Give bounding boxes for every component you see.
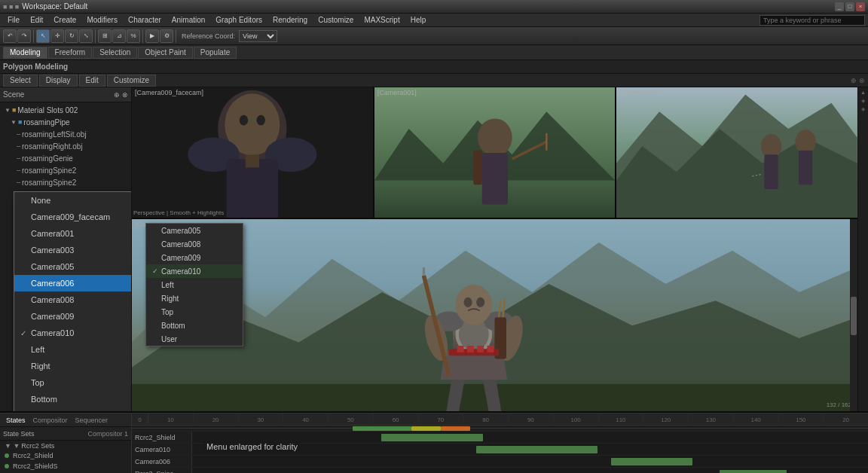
svg-point-3 — [240, 115, 248, 126]
menu-rendering[interactable]: Rendering — [268, 14, 312, 26]
tick-150: 150 — [779, 413, 824, 423]
svg-point-19 — [761, 134, 781, 158]
tree-item-rosaming-left[interactable]: – rosamingLeftSit.obj — [2, 128, 130, 140]
btab-sequencer[interactable]: Sequencer — [72, 417, 112, 424]
dropdown-left[interactable]: Left — [14, 341, 132, 358]
toolbar-move[interactable]: ✛ — [50, 29, 64, 43]
menu-graph-editors[interactable]: Graph Editors — [211, 14, 267, 26]
tick-20: 20 — [194, 413, 239, 423]
reference-coord-select[interactable]: ViewWorldScreen — [239, 30, 277, 42]
ss-item-shield-s[interactable]: Rcrc2_ShieldS — [2, 461, 130, 471]
bottom-dd-camera010[interactable]: ✓ Camera010 — [146, 264, 243, 278]
tree-item-rosaming-right[interactable]: – rosamingRight.obj — [2, 140, 130, 152]
menu-maxscript[interactable]: MAXScript — [359, 14, 404, 26]
dropdown-camera008[interactable]: Camera008 — [14, 291, 132, 308]
tl-range-start[interactable] — [353, 426, 411, 431]
tree-item-rosaming-pipe[interactable]: ▼ ■ rosamingPipe — [2, 116, 130, 128]
toolbar-redo[interactable]: ↷ — [17, 29, 31, 43]
close-button[interactable]: × — [856, 2, 865, 11]
svg-rect-8 — [246, 154, 259, 167]
tl-bar-1 — [381, 434, 483, 441]
viewport-camera001[interactable]: [Camera001] — [374, 87, 617, 218]
toolbar-angle-snap[interactable]: ⊿ — [112, 29, 126, 43]
tick-0: 0 — [132, 413, 148, 423]
bottom-dd-camera005[interactable]: Camera005 — [146, 224, 243, 237]
menu-file[interactable]: File — [3, 14, 24, 26]
right-panel: ▼ ◈ ◈ — [857, 87, 868, 411]
search-area — [760, 15, 865, 26]
btab-states[interactable]: States — [3, 417, 29, 424]
minimize-button[interactable]: _ — [835, 2, 844, 11]
right-icon1[interactable]: ◈ — [861, 98, 865, 104]
viewport-camera003[interactable]: [Camera003] — [616, 87, 857, 218]
search-input[interactable] — [760, 15, 865, 26]
toolbar-render[interactable]: ▶ — [145, 29, 159, 43]
bottom-dd-right[interactable]: Right — [146, 291, 243, 305]
edit-tab-select[interactable]: Select — [3, 75, 38, 87]
edit-tab-customize[interactable]: Customize — [107, 75, 156, 87]
viewport-camera009[interactable]: [Camera009_facecam] Perspective | Smooth… — [132, 87, 374, 218]
dropdown-camera001[interactable]: Camera001 — [14, 225, 132, 242]
main-toolbar: ↶ ↷ ↖ ✛ ↻ ⤡ ⊞ ⊿ % ▶ ⚙ Reference Coord: V… — [0, 27, 868, 45]
menu-modifiers[interactable]: Modifiers — [82, 14, 122, 26]
dropdown-camera005[interactable]: Camera005 — [14, 258, 132, 275]
menu-animation[interactable]: Animation — [167, 14, 209, 26]
tree-item-rosaming-genie[interactable]: – rosamingGenie — [2, 152, 130, 164]
panel-name: Scene — [3, 90, 24, 99]
dropdown-camera006[interactable]: Camera006 — [14, 275, 132, 291]
viewport-vscrollbar[interactable] — [850, 219, 857, 411]
toolbar-undo[interactable]: ↶ — [3, 29, 17, 43]
vscroll-thumb[interactable] — [851, 297, 857, 335]
toolbar-scale[interactable]: ⤡ — [79, 29, 93, 43]
dropdown-camera010[interactable]: ✓ Camera010 — [14, 325, 132, 341]
dropdown-camera009-facecam[interactable]: Camera009_facecam — [14, 209, 132, 225]
tl-content-4[interactable] — [192, 468, 868, 473]
toolbar-percent-snap[interactable]: % — [127, 29, 140, 43]
bottom-dd-left[interactable]: Left — [146, 278, 243, 291]
menu-character[interactable]: Character — [124, 14, 166, 26]
svg-point-38 — [476, 298, 484, 307]
dropdown-right[interactable]: Right — [14, 358, 132, 374]
tree-item-rosaming-spine2[interactable]: – rosamingSpine2 — [2, 176, 130, 188]
dropdown-user[interactable]: User — [14, 407, 132, 411]
toolbar-rotate[interactable]: ↻ — [65, 29, 78, 43]
mode-tab-freeform[interactable]: Freeform — [48, 47, 93, 59]
toolbar-select[interactable]: ↖ — [36, 29, 50, 43]
tl-range-mid[interactable] — [411, 426, 441, 431]
tl-range-end[interactable] — [441, 426, 470, 431]
tree-item-material[interactable]: ▼ ■ Material Slots 002 — [2, 104, 130, 116]
menu-edit[interactable]: Edit — [26, 14, 47, 26]
dropdown-top[interactable]: Top — [14, 374, 132, 391]
tick-100: 100 — [554, 413, 599, 423]
dropdown-camera003[interactable]: Camera003 — [14, 242, 132, 258]
svg-rect-20 — [765, 154, 778, 189]
bottom-dd-top[interactable]: Top — [146, 305, 243, 319]
menu-customize[interactable]: Customize — [313, 14, 358, 26]
bottom-dd-user[interactable]: User — [146, 332, 243, 346]
mode-tab-modeling[interactable]: Modeling — [3, 47, 47, 59]
bottom-dd-camera008[interactable]: Camera008 — [146, 237, 243, 251]
edit-tab-display[interactable]: Display — [39, 75, 78, 87]
btab-compositor[interactable]: Compositor — [30, 417, 71, 424]
toolbar-snap[interactable]: ⊞ — [98, 29, 112, 43]
menu-create[interactable]: Create — [49, 14, 81, 26]
mode-tab-selection[interactable]: Selection — [93, 47, 137, 59]
toolbar-icons: ⊕ ⊗ — [851, 77, 865, 84]
dropdown-none[interactable]: None — [14, 192, 132, 209]
tree-item-rosaming-spine[interactable]: – rosamingSpine2 — [2, 164, 130, 176]
tl-content-3[interactable] — [192, 456, 868, 467]
right-icon2[interactable]: ◈ — [861, 106, 865, 112]
bottom-dd-camera009[interactable]: Camera009 — [146, 251, 243, 264]
svg-rect-12 — [481, 153, 507, 205]
mode-tab-object-paint[interactable]: Object Paint — [138, 47, 192, 59]
svg-rect-7 — [227, 159, 279, 218]
menu-help[interactable]: Help — [406, 14, 431, 26]
bottom-dd-bottom[interactable]: Bottom — [146, 319, 243, 332]
maximize-button[interactable]: □ — [845, 2, 854, 11]
dropdown-camera009[interactable]: Camera009 — [14, 308, 132, 325]
dropdown-bottom[interactable]: Bottom — [14, 391, 132, 407]
mode-tab-populate[interactable]: Populate — [194, 47, 237, 59]
edit-tab-edit[interactable]: Edit — [79, 75, 105, 87]
ss-item-shield[interactable]: Rcrc2_Shield — [2, 450, 130, 461]
toolbar-render-setup[interactable]: ⚙ — [160, 29, 173, 43]
